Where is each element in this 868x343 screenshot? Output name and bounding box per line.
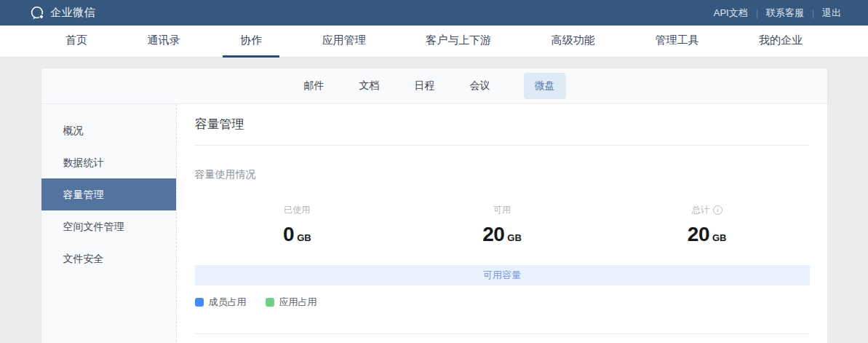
- sidebar-item-file-security[interactable]: 文件安全: [41, 243, 176, 275]
- stat-number: 0: [283, 223, 294, 245]
- sidebar-item-overview[interactable]: 概况: [41, 114, 176, 146]
- topbar: 企业微信 API文档 | 联系客服 | 退出: [0, 0, 868, 25]
- capacity-usage-bar: 可用容量: [195, 265, 810, 285]
- tab-calendar[interactable]: 日程: [413, 73, 437, 99]
- nav-item-my-company[interactable]: 我的企业: [741, 25, 820, 58]
- nav-item-advanced-features[interactable]: 高级功能: [534, 25, 613, 58]
- stat-available: 可用 20GB: [399, 202, 605, 246]
- legend-label: 成员占用: [209, 296, 247, 309]
- capacity-stats: 已使用 0GB 可用 20GB: [195, 202, 810, 246]
- api-docs-link[interactable]: API文档: [712, 7, 750, 20]
- main-nav: 首页 通讯录 协作 应用管理 客户与上下游 高级功能 管理工具 我的企业: [0, 25, 868, 58]
- stat-used-value: 0GB: [195, 223, 400, 246]
- stat-number: 20: [688, 223, 709, 245]
- capacity-usage-section-title: 容量使用情况: [195, 168, 810, 181]
- nav-item-customers[interactable]: 客户与上下游: [408, 25, 509, 58]
- page-title: 容量管理: [195, 116, 810, 133]
- nav-item-app-management[interactable]: 应用管理: [305, 25, 383, 58]
- capacity-legend: 成员占用 应用占用: [195, 296, 810, 309]
- page-background: 邮件 文档 日程 会议 微盘 概况 数据统计 容量管理 空间文件管理 文件安全 …: [0, 58, 868, 343]
- tab-mail[interactable]: 邮件: [303, 73, 326, 99]
- capacity-content: 容量管理 容量使用情况 已使用 0GB 可用: [177, 104, 827, 343]
- stat-label-text: 已使用: [284, 204, 310, 216]
- sidebar-item-capacity-management[interactable]: 容量管理: [41, 178, 176, 210]
- legend-app-usage: 应用占用: [266, 296, 317, 309]
- section-bottom-divider: [195, 334, 810, 334]
- stat-used-label: 已使用: [284, 204, 310, 216]
- stat-total: 总计 i 20GB: [605, 202, 810, 246]
- sidebar-item-statistics[interactable]: 数据统计: [41, 146, 176, 178]
- nav-item-admin-tools[interactable]: 管理工具: [637, 25, 716, 58]
- stat-number: 20: [482, 223, 504, 245]
- app-usage-swatch: [266, 298, 274, 307]
- stat-used: 已使用 0GB: [195, 202, 400, 246]
- stat-total-value: 20GB: [605, 223, 810, 246]
- stat-unit: GB: [507, 232, 522, 243]
- brand-name: 企业微信: [50, 6, 95, 20]
- legend-label: 应用占用: [279, 296, 317, 309]
- link-separator: |: [812, 8, 814, 18]
- brand-logo[interactable]: 企业微信: [29, 5, 95, 21]
- collaboration-tabstrip: 邮件 文档 日程 会议 微盘: [41, 68, 827, 104]
- tab-docs[interactable]: 文档: [358, 73, 381, 99]
- stat-label-text: 可用: [493, 204, 511, 216]
- sidebar-item-space-file-management[interactable]: 空间文件管理: [41, 210, 176, 243]
- contact-support-link[interactable]: 联系客服: [764, 7, 806, 20]
- nav-item-contacts[interactable]: 通讯录: [130, 25, 198, 58]
- stat-unit: GB: [712, 232, 727, 243]
- stat-label-text: 总计: [692, 204, 709, 216]
- topbar-links: API文档 | 联系客服 | 退出: [712, 7, 843, 20]
- info-icon[interactable]: i: [713, 205, 722, 215]
- nav-item-collaboration[interactable]: 协作: [223, 25, 279, 58]
- wechat-work-bubble-icon: [29, 5, 50, 21]
- wedrive-sidebar: 概况 数据统计 容量管理 空间文件管理 文件安全: [41, 104, 177, 343]
- link-separator: |: [756, 8, 758, 18]
- member-usage-swatch: [195, 298, 204, 307]
- main-card: 邮件 文档 日程 会议 微盘 概况 数据统计 容量管理 空间文件管理 文件安全 …: [41, 68, 827, 343]
- tab-meeting[interactable]: 会议: [469, 73, 492, 99]
- legend-member-usage: 成员占用: [195, 296, 247, 309]
- stat-available-label: 可用: [493, 204, 511, 216]
- tab-wedrive[interactable]: 微盘: [524, 73, 566, 99]
- stat-total-label: 总计 i: [692, 204, 722, 216]
- stat-available-value: 20GB: [399, 223, 605, 246]
- title-divider: [195, 145, 810, 146]
- nav-item-home[interactable]: 首页: [48, 25, 105, 58]
- capacity-bar-label: 可用容量: [483, 269, 521, 282]
- card-body: 概况 数据统计 容量管理 空间文件管理 文件安全 容量管理 容量使用情况 已使用: [41, 104, 827, 343]
- logout-link[interactable]: 退出: [820, 7, 843, 20]
- stat-unit: GB: [297, 232, 311, 243]
